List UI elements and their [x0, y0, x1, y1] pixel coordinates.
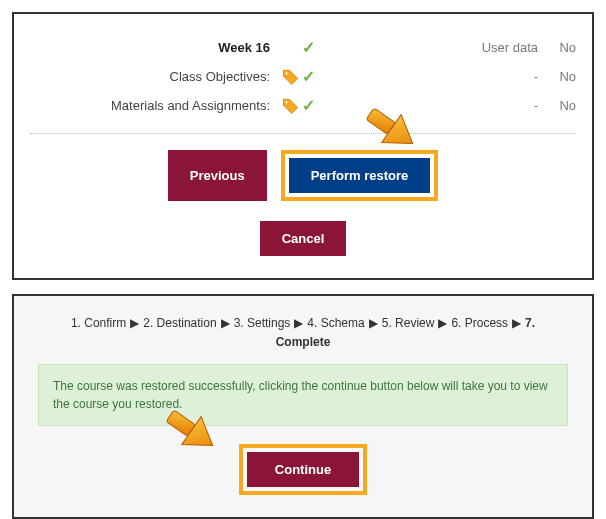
perform-restore-button[interactable]: Perform restore: [289, 158, 431, 193]
restore-review-panel: Week 16 ✓ User data No Class Objectives:…: [12, 12, 594, 280]
check-icon: ✓: [302, 67, 330, 86]
wizard-step: 5. Review: [382, 316, 435, 330]
continue-button[interactable]: Continue: [247, 452, 359, 487]
restore-complete-panel: 1. Confirm▶2. Destination▶3. Settings▶4.…: [12, 294, 594, 519]
label-tag-icon: [280, 67, 302, 86]
divider: [30, 133, 576, 134]
svg-point-0: [285, 72, 287, 74]
wizard-steps: 1. Confirm▶2. Destination▶3. Settings▶4.…: [43, 314, 563, 352]
wizard-step: 4. Schema: [307, 316, 364, 330]
wizard-step: 2. Destination: [143, 316, 216, 330]
userdata-value: No: [548, 67, 576, 86]
userdata-label: User data: [458, 38, 548, 57]
step-separator-icon: ▶: [512, 316, 521, 330]
review-rows: Week 16 ✓ User data No Class Objectives:…: [30, 28, 576, 125]
row-label: Class Objectives:: [30, 67, 280, 86]
step-separator-icon: ▶: [438, 316, 447, 330]
row-materials-assignments: Materials and Assignments: ✓ - No: [30, 96, 576, 115]
row-label: Materials and Assignments:: [30, 96, 280, 115]
wizard-step: 3. Settings: [234, 316, 291, 330]
cancel-button[interactable]: Cancel: [260, 221, 347, 256]
userdata-value: No: [548, 38, 576, 57]
success-alert: The course was restored successfully, cl…: [38, 364, 568, 426]
check-icon: ✓: [302, 38, 330, 57]
step-separator-icon: ▶: [369, 316, 378, 330]
svg-point-1: [285, 101, 287, 103]
wizard-step: 1. Confirm: [71, 316, 126, 330]
previous-button[interactable]: Previous: [168, 150, 267, 201]
row-label: Week 16: [30, 38, 280, 57]
row-week16: Week 16 ✓ User data No: [30, 38, 576, 57]
continue-row: Continue: [30, 444, 576, 495]
step-separator-icon: ▶: [130, 316, 139, 330]
row-class-objectives: Class Objectives: ✓ - No: [30, 67, 576, 86]
highlight-box-continue: Continue: [239, 444, 367, 495]
step-separator-icon: ▶: [221, 316, 230, 330]
highlight-box-perform: Perform restore: [281, 150, 439, 201]
label-tag-icon: [280, 96, 302, 115]
userdata-label: -: [458, 67, 548, 86]
userdata-label: -: [458, 96, 548, 115]
check-icon: ✓: [302, 96, 330, 115]
step-separator-icon: ▶: [294, 316, 303, 330]
userdata-value: No: [548, 96, 576, 115]
button-row: Previous Perform restore Cancel: [30, 150, 576, 256]
wizard-step: 6. Process: [451, 316, 508, 330]
